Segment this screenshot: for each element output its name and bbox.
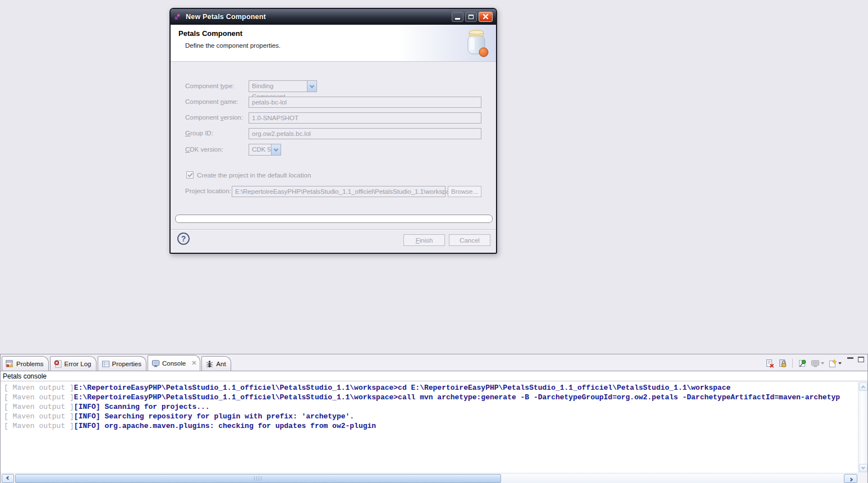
console-line: [ Maven output ]E:\RepertoireEasyPHP\Pet…	[4, 393, 858, 402]
component-type-value: Binding Component	[252, 81, 307, 92]
tab-label: Properties	[112, 361, 141, 367]
ant-icon	[205, 360, 214, 368]
browse-button[interactable]: Browse...	[448, 186, 481, 197]
close-button[interactable]	[479, 12, 493, 22]
wizard-subtitle: Define the component properties.	[185, 42, 281, 49]
view-tabbar: Problems Error Log Properties	[1, 354, 867, 371]
display-selected-console-button[interactable]	[811, 359, 824, 368]
default-location-label: Create the project in the default locati…	[197, 172, 311, 179]
console-line: [ Maven output ][INFO] org.apache.maven.…	[4, 421, 858, 431]
display-console-icon	[811, 359, 820, 368]
chevron-up-icon	[861, 385, 865, 389]
thumb-grip	[254, 476, 262, 481]
project-location-field[interactable]: E:\RepertoireEasyPHP\PetalsStudio_1.1_of…	[232, 186, 446, 197]
maximize-view-icon[interactable]	[858, 357, 864, 362]
vertical-scrollbar[interactable]	[858, 382, 867, 473]
pin-console-icon[interactable]	[798, 359, 807, 368]
tab-label: Error Log	[65, 361, 91, 367]
cdk-version-value: CDK 5	[252, 144, 271, 155]
help-button[interactable]: ?	[177, 233, 190, 245]
maximize-button[interactable]	[465, 12, 477, 22]
chevron-left-icon	[6, 476, 10, 480]
minimize-button[interactable]	[452, 12, 463, 22]
new-petals-component-dialog: New Petals Component Petals Component De…	[169, 8, 497, 254]
tab-problems[interactable]: Problems	[2, 356, 49, 371]
console-view-panel: Problems Error Log Properties	[0, 354, 868, 483]
dialog-titlebar[interactable]: New Petals Component	[171, 9, 496, 25]
maximize-icon	[469, 15, 474, 19]
tab-label: Ant	[216, 361, 226, 367]
scroll-right-button[interactable]	[844, 474, 857, 483]
wizard-title: Petals Component	[178, 29, 242, 38]
dialog-title: New Petals Component	[186, 13, 450, 21]
minimize-icon	[455, 18, 460, 20]
footer-separator	[171, 229, 496, 230]
chevron-right-icon	[848, 477, 852, 481]
console-line: [ Maven output ][INFO] Scanning for proj…	[4, 402, 858, 412]
wizard-header: Petals Component Define the component pr…	[171, 25, 496, 62]
scroll-down-button[interactable]	[859, 464, 867, 472]
cancel-button[interactable]: Cancel	[449, 234, 490, 246]
properties-icon	[102, 360, 110, 368]
component-name-label: Component name:	[185, 98, 238, 105]
scrollbar-thumb[interactable]	[15, 474, 501, 483]
finish-button[interactable]: Finish	[403, 234, 445, 246]
console-icon	[151, 359, 160, 367]
tab-ant[interactable]: Ant	[201, 356, 231, 371]
horizontal-scrollbar[interactable]	[1, 473, 867, 483]
close-icon	[483, 13, 489, 20]
error-log-icon	[54, 360, 62, 368]
component-name-field[interactable]: petals-bc-lol	[249, 97, 481, 108]
scrollbar-corner	[858, 473, 867, 483]
scroll-up-button[interactable]	[859, 382, 867, 391]
tab-console[interactable]: Console ✕	[148, 355, 200, 371]
component-version-field[interactable]: 1.0-SNAPSHOT	[249, 112, 481, 124]
toolbar-separator	[792, 359, 793, 368]
console-name-label: Petals console	[1, 372, 867, 381]
console-toolbar	[765, 359, 842, 368]
chevron-down-icon	[821, 362, 824, 364]
minimize-view-icon[interactable]	[847, 357, 853, 359]
component-type-select[interactable]: Binding Component	[249, 80, 317, 92]
view-minmax-controls	[847, 357, 864, 362]
scroll-left-button[interactable]	[2, 474, 14, 483]
console-line: [ Maven output ]E:\RepertoireEasyPHP\Pet…	[4, 383, 858, 393]
petals-app-icon	[174, 13, 182, 21]
cdk-version-label: CDK version:	[185, 146, 223, 153]
tab-label: Problems	[16, 361, 44, 367]
cdk-version-select[interactable]: CDK 5	[249, 144, 281, 156]
tab-label: Console	[162, 360, 186, 367]
component-type-label: Component type:	[185, 83, 235, 89]
console-output: [ Maven output ]E:\RepertoireEasyPHP\Pet…	[1, 382, 858, 473]
clear-console-icon[interactable]	[765, 359, 774, 368]
chevron-down-icon	[838, 362, 842, 364]
component-version-label: Component version:	[185, 114, 243, 121]
scroll-lock-icon[interactable]	[778, 359, 787, 368]
open-console-button[interactable]	[828, 359, 842, 368]
jar-component-icon	[463, 29, 489, 58]
tab-properties[interactable]: Properties	[98, 356, 146, 371]
chevron-down-icon[interactable]	[307, 81, 316, 92]
group-id-label: Group ID:	[185, 130, 213, 136]
problems-icon	[6, 360, 14, 368]
console-line: [ Maven output ][INFO] Searching reposit…	[4, 412, 858, 421]
tab-close-icon[interactable]: ✕	[191, 359, 196, 367]
open-console-icon	[828, 359, 837, 368]
chevron-down-icon	[861, 466, 865, 470]
checkmark-icon	[187, 172, 193, 177]
progress-bar	[175, 215, 493, 223]
tab-error-log[interactable]: Error Log	[50, 356, 97, 371]
chevron-down-icon[interactable]	[271, 144, 281, 155]
default-location-checkbox[interactable]	[186, 171, 194, 179]
group-id-field[interactable]: org.ow2.petals.bc.lol	[249, 128, 481, 139]
project-location-label: Project location:	[185, 188, 231, 194]
